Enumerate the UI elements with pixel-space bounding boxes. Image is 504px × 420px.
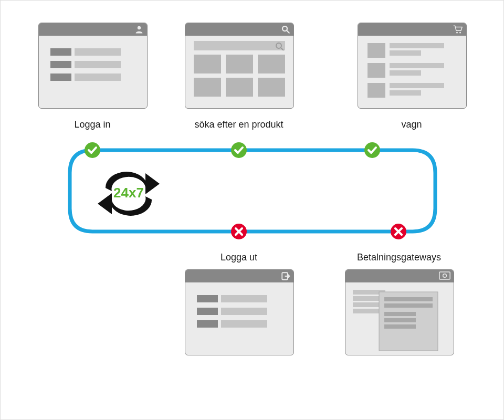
payment-status-badge	[391, 224, 406, 239]
login-window	[38, 23, 148, 109]
search-window	[185, 23, 294, 109]
search-status-badge	[231, 142, 247, 158]
cycle-247: 24x7	[94, 170, 163, 217]
svg-rect-32	[197, 308, 218, 315]
svg-rect-21	[390, 43, 444, 48]
logout-window-body	[185, 282, 293, 355]
svg-rect-30	[197, 295, 218, 302]
user-icon	[134, 25, 144, 34]
cart-icon	[453, 25, 463, 34]
login-window-titlebar	[39, 23, 147, 36]
svg-rect-16	[226, 78, 253, 97]
svg-rect-6	[75, 74, 121, 81]
svg-rect-17	[258, 78, 285, 97]
svg-rect-2	[75, 48, 121, 56]
svg-rect-24	[390, 63, 444, 68]
svg-rect-33	[221, 308, 267, 315]
svg-rect-44	[384, 303, 433, 308]
cross-icon	[231, 224, 247, 239]
svg-rect-27	[390, 83, 444, 88]
svg-rect-23	[368, 63, 385, 78]
svg-point-19	[459, 32, 461, 34]
payment-window-titlebar	[345, 270, 454, 282]
payment-label: Betalningsgateways	[332, 252, 466, 263]
login-status-badge	[85, 142, 100, 158]
svg-point-37	[443, 274, 447, 278]
svg-rect-45	[384, 312, 416, 316]
svg-rect-5	[50, 74, 71, 81]
svg-rect-15	[194, 78, 221, 97]
svg-rect-28	[390, 90, 421, 96]
logout-window-titlebar	[185, 270, 293, 282]
logout-window	[185, 269, 294, 355]
svg-rect-47	[384, 324, 416, 329]
cycle-text: 24x7	[113, 185, 144, 201]
svg-rect-13	[226, 55, 253, 74]
svg-rect-9	[194, 41, 285, 50]
cross-icon	[391, 224, 406, 239]
search-window-titlebar	[185, 23, 293, 36]
svg-rect-4	[75, 61, 121, 68]
diagram-stage: Logga in söka efter en produkt vagn Logg…	[0, 0, 504, 420]
check-icon	[231, 142, 247, 158]
cart-window-titlebar	[358, 23, 466, 36]
svg-rect-14	[258, 55, 285, 74]
cart-window-body	[358, 36, 466, 108]
search-icon	[281, 25, 290, 34]
svg-rect-34	[197, 320, 218, 328]
svg-point-0	[138, 26, 141, 29]
logout-label: Logga ut	[185, 252, 293, 263]
cart-status-badge	[364, 142, 380, 158]
payment-window-body	[345, 282, 454, 355]
cart-window	[358, 23, 467, 109]
svg-line-8	[287, 30, 289, 33]
svg-rect-3	[50, 61, 71, 68]
check-icon	[364, 142, 380, 158]
svg-rect-43	[384, 297, 433, 301]
svg-rect-35	[221, 320, 267, 328]
svg-point-18	[456, 32, 458, 34]
search-label: söka efter en produkt	[185, 119, 293, 130]
svg-rect-25	[390, 70, 421, 76]
svg-rect-31	[221, 295, 267, 302]
logout-icon	[281, 271, 290, 281]
money-icon	[439, 271, 450, 280]
cart-label: vagn	[358, 119, 466, 130]
svg-rect-12	[194, 55, 221, 74]
svg-rect-1	[50, 48, 71, 56]
login-window-body	[39, 36, 147, 108]
svg-rect-26	[368, 83, 385, 98]
payment-window	[345, 269, 454, 355]
svg-rect-46	[384, 318, 416, 322]
svg-rect-20	[368, 43, 385, 58]
svg-rect-22	[390, 50, 421, 56]
check-icon	[85, 142, 100, 158]
svg-rect-36	[439, 272, 450, 279]
logout-status-badge	[231, 224, 247, 239]
search-window-body	[185, 36, 293, 108]
login-label: Logga in	[38, 119, 146, 130]
